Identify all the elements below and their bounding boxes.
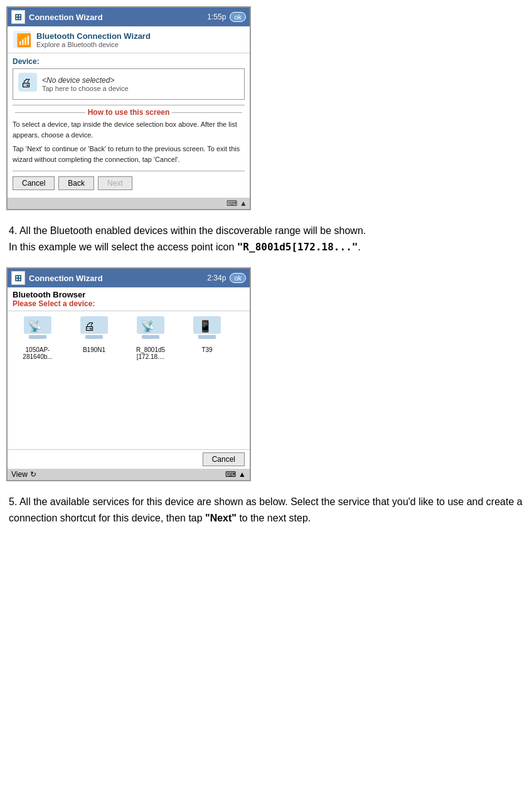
device-placeholder-icon: 🖨 [18, 73, 37, 95]
please-select-label: Please Select a device: [13, 299, 245, 308]
arrow-up-icon-1[interactable]: ▲ [240, 199, 247, 208]
taskbar-right-icons-2: ⌨ ▲ [225, 470, 246, 479]
refresh-icon: ↻ [30, 470, 36, 479]
svg-rect-12 [142, 335, 159, 339]
taskbar-bottom-1: ⌨ ▲ [8, 198, 250, 209]
titlebar-1: ⊞ Connection Wizard 1:55p ok [8, 8, 250, 26]
svg-text:✓: ✓ [148, 321, 153, 328]
device-name-1: B190N1 [83, 346, 105, 353]
body-text-line2-suffix: . [358, 242, 360, 252]
bluetooth-icon-1: 📶 [13, 30, 31, 49]
device-placeholder-main: <No device selected> [42, 76, 129, 85]
device-icon-2: 📡 ✓ [137, 316, 164, 345]
how-to-section: How to use this screen To select a devic… [13, 105, 245, 171]
device-icon-3: 📱 [193, 316, 221, 345]
device-name-0: 1050AP-281640b... [23, 346, 52, 360]
frame-body-1: Device: 🖨 <No device selected> Tap here … [8, 53, 250, 198]
titlebar-2: ⊞ Connection Wizard 2:34p ok [8, 269, 250, 287]
device-label: Device: [13, 57, 245, 66]
keyboard-icon-2[interactable]: ⌨ [225, 470, 236, 479]
frame2-bottom-bar: Cancel [8, 449, 250, 469]
svg-text:🖨: 🖨 [21, 77, 32, 89]
svg-text:📶: 📶 [16, 33, 31, 48]
svg-text:📡: 📡 [28, 319, 42, 333]
how-to-body: To select a device, tap inside the devic… [13, 119, 245, 164]
cancel-button-2[interactable]: Cancel [203, 452, 245, 466]
app-icon-1: ⊞ [11, 10, 25, 24]
body-text-2-next: "Next" [205, 513, 237, 523]
app-sub-title-1: Explore a Bluetooth device [36, 41, 151, 48]
browser-header: Bluetooth Browser Please Select a device… [8, 287, 250, 311]
body-text-section-2: 5. All the available services for this d… [0, 488, 532, 532]
keyboard-icon-1[interactable]: ⌨ [226, 199, 237, 208]
titlebar-title-2: Connection Wizard [29, 274, 207, 283]
arrow-up-icon-2[interactable]: ▲ [238, 470, 246, 479]
how-to-para1: To select a device, tap inside the devic… [13, 119, 245, 140]
device-item-1[interactable]: 🖨 B190N1 [69, 316, 119, 444]
device-grid: 📡 1050AP-281640b... 🖨 B190N1 📡 [8, 311, 250, 449]
device-item-2[interactable]: 📡 ✓ R_8001d5[172.18.... [125, 316, 176, 444]
cancel-button-1[interactable]: Cancel [13, 176, 55, 190]
device-item-3[interactable]: 📱 T39 [182, 316, 232, 444]
device-placeholder-sub: Tap here to choose a device [42, 85, 129, 92]
svg-rect-16 [198, 335, 216, 339]
back-button-1[interactable]: Back [58, 176, 94, 190]
how-to-para2: Tap 'Next' to continue or 'Back' to retu… [13, 144, 245, 164]
taskbar-bottom-2: View ↻ ⌨ ▲ [8, 469, 250, 480]
screenshot-frame-1: ⊞ Connection Wizard 1:55p ok 📶 Bluetooth… [6, 6, 251, 210]
body-text-line1: 4. All the Bluetooth enabled devices wit… [9, 225, 366, 236]
titlebar-time-2: 2:34p [207, 274, 226, 282]
svg-text:📱: 📱 [198, 319, 213, 333]
device-name-3: T39 [201, 346, 212, 353]
body-paragraph-1: 4. All the Bluetooth enabled devices wit… [9, 223, 523, 239]
ok-button-2[interactable]: ok [230, 273, 246, 283]
titlebar-title-1: Connection Wizard [29, 13, 207, 22]
app-main-title-1: Bluetooth Connection Wizard [36, 31, 151, 41]
svg-rect-6 [29, 335, 46, 339]
body-text-section-1: 4. All the Bluetooth enabled devices wit… [0, 216, 532, 261]
app-header-1: 📶 Bluetooth Connection Wizard Explore a … [8, 26, 250, 53]
how-to-title: How to use this screen [13, 108, 245, 117]
body-text-2-suffix: to the next step. [237, 513, 311, 523]
device-select-text: <No device selected> Tap here to choose … [42, 76, 129, 92]
svg-rect-9 [85, 335, 103, 339]
body-paragraph-2: In this example we will select the acces… [9, 239, 523, 255]
device-name-2: R_8001d5[172.18.... [136, 346, 165, 360]
device-icon-1: 🖨 [80, 316, 108, 345]
titlebar-time-1: 1:55p [207, 13, 226, 21]
body-text-highlight: "R_8001d5[172.18..." [237, 241, 358, 253]
device-select-box[interactable]: 🖨 <No device selected> Tap here to choos… [13, 68, 245, 100]
view-button[interactable]: View ↻ [11, 470, 36, 479]
view-label: View [11, 470, 28, 479]
svg-text:🖨: 🖨 [84, 320, 95, 333]
device-item-0[interactable]: 📡 1050AP-281640b... [13, 316, 63, 444]
next-button-1[interactable]: Next [98, 176, 132, 190]
device-icon-0: 📡 [24, 316, 51, 345]
ok-button-1[interactable]: ok [230, 12, 246, 22]
frame-buttons-1: Cancel Back Next [13, 176, 245, 190]
screenshot-frame-2: ⊞ Connection Wizard 2:34p ok Bluetooth B… [6, 267, 251, 481]
app-icon-2: ⊞ [11, 271, 25, 285]
app-header-text-1: Bluetooth Connection Wizard Explore a Bl… [36, 31, 151, 48]
body-paragraph-3: 5. All the available services for this d… [9, 494, 523, 526]
browser-title: Bluetooth Browser [13, 290, 245, 299]
body-text-line2-prefix: In this example we will select the acces… [9, 242, 237, 252]
